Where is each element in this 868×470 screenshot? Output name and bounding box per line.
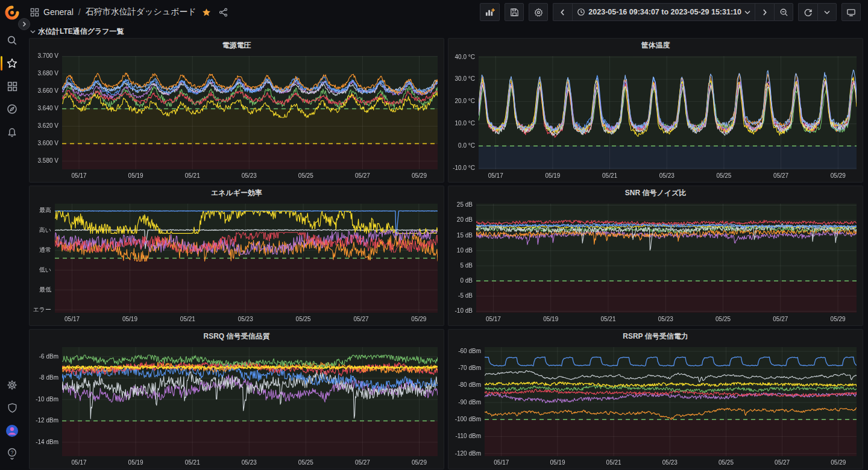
breadcrumb: General / 石狩市水位計ダッシュボード	[30, 7, 228, 17]
share-icon[interactable]	[219, 8, 228, 17]
help-icon[interactable]: ?	[0, 443, 24, 464]
panel-energy-efficiency: エネルギー効率	[29, 186, 444, 326]
sidebar-expand-button[interactable]	[18, 18, 30, 30]
zoom-out-button[interactable]	[774, 3, 793, 21]
main-area: General / 石狩市水位計ダッシュボード	[24, 0, 868, 470]
chart-canvas-rsrq[interactable]	[31, 343, 441, 468]
breadcrumb-separator: /	[78, 7, 81, 17]
time-range-picker-button[interactable]: 2023-05-16 09:34:07 to 2023-05-29 15:31:…	[572, 3, 755, 21]
grafana-app: ? General / 石狩市水位計ダッシュボード	[0, 0, 868, 470]
refresh-button[interactable]	[798, 3, 817, 21]
sidebar-item-starred[interactable]	[0, 53, 24, 74]
toolbar-right: 2023-05-16 09:34:07 to 2023-05-29 15:31:…	[480, 3, 861, 21]
dashboard-grid-icon	[30, 8, 39, 17]
refresh-interval-dropdown[interactable]	[817, 3, 837, 21]
row-collapse-chevron-icon	[30, 29, 36, 34]
panel-enclosure-temperature: 筐体温度	[448, 38, 863, 183]
sidebar-item-explore[interactable]	[0, 99, 24, 119]
time-range-label: 2023-05-16 09:34:07 to 2023-05-29 15:31:…	[588, 8, 741, 16]
refresh-group	[798, 3, 837, 21]
panel-rsrq: RSRQ 信号受信品質	[29, 329, 444, 469]
sidebar: ?	[0, 0, 24, 470]
page-title[interactable]: 石狩市水位計ダッシュボード	[86, 7, 197, 17]
time-picker-group: 2023-05-16 09:34:07 to 2023-05-29 15:31:…	[553, 3, 793, 21]
panel-title[interactable]: 電源電圧	[30, 39, 444, 52]
svg-text:?: ?	[11, 450, 14, 456]
dashboard-settings-button[interactable]	[529, 3, 548, 21]
panel-title[interactable]: エネルギー効率	[30, 186, 444, 199]
panel-title[interactable]: RSRQ 信号受信品質	[30, 330, 444, 343]
panel-grid: 電源電圧 筐体温度 エネルギー効率 SNR 信号ノイズ比 RSRQ 信号受信品質	[29, 38, 863, 469]
configuration-gear-icon[interactable]	[0, 375, 24, 395]
chart-canvas-energy-efficiency[interactable]	[31, 199, 441, 324]
favorite-star-icon[interactable]	[202, 8, 211, 17]
user-avatar[interactable]	[0, 421, 24, 441]
panel-snr: SNR 信号ノイズ比	[448, 186, 863, 326]
panel-add-button[interactable]	[480, 3, 500, 21]
time-range-back-button[interactable]	[553, 3, 572, 21]
dashboard-body: 水位計LTE通信グラフ一覧 電源電圧 筐体温度 エネルギー効率 SNR 信号ノイ…	[24, 24, 868, 470]
chart-canvas-snr[interactable]	[450, 199, 860, 324]
sidebar-item-dashboards[interactable]	[0, 76, 24, 96]
dashboard-topbar: General / 石狩市水位計ダッシュボード	[24, 0, 868, 24]
panel-title[interactable]: 筐体温度	[448, 39, 863, 52]
cycle-view-tv-button[interactable]	[841, 3, 861, 21]
grafana-logo-icon[interactable]	[4, 5, 20, 20]
chart-canvas-power-voltage[interactable]	[31, 52, 441, 181]
breadcrumb-section[interactable]: General	[43, 7, 74, 17]
time-range-forward-button[interactable]	[755, 3, 774, 21]
server-admin-shield-icon[interactable]	[0, 398, 24, 418]
panel-power-voltage: 電源電圧	[29, 38, 444, 183]
panel-title[interactable]: SNR 信号ノイズ比	[448, 186, 863, 199]
chart-canvas-rsrp[interactable]	[450, 343, 860, 468]
row-header[interactable]: 水位計LTE通信グラフ一覧	[29, 25, 863, 38]
save-dashboard-button[interactable]	[505, 3, 524, 21]
chevron-down-icon	[744, 10, 750, 14]
row-title: 水位計LTE通信グラフ一覧	[38, 27, 124, 37]
chart-canvas-enclosure-temperature[interactable]	[450, 52, 860, 181]
clock-icon	[577, 8, 585, 16]
search-icon[interactable]	[0, 30, 24, 51]
panel-rsrp: RSRP 信号受信電力	[448, 329, 863, 469]
sidebar-item-alerting[interactable]	[0, 122, 24, 142]
panel-title[interactable]: RSRP 信号受信電力	[448, 330, 863, 343]
